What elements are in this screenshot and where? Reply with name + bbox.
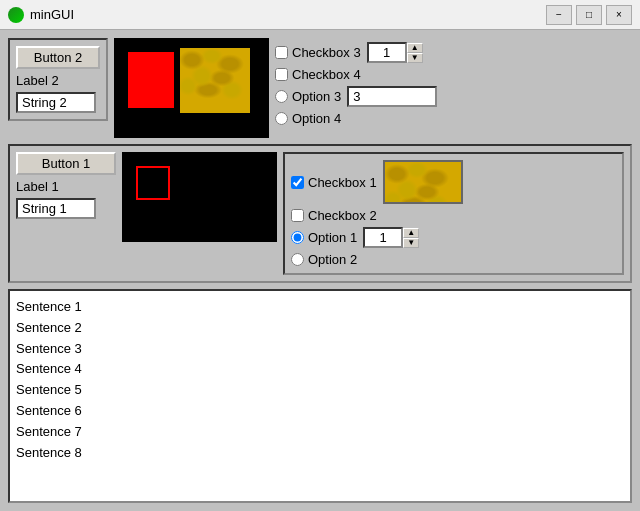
spinner-top-up[interactable]: ▲ [407,43,423,53]
checkbox4-row: Checkbox 4 [275,67,437,82]
top-left-panel: Button 2 Label 2 [8,38,108,121]
checkbox4-label: Checkbox 4 [292,67,361,82]
maximize-button[interactable]: □ [576,5,602,25]
spinner-top: ▲ ▼ [367,42,423,63]
titlebar: minGUI − □ × [0,0,640,30]
window-title: minGUI [30,7,546,22]
option3-label: Option 3 [292,89,341,104]
canvas-middle [122,152,277,242]
option1-label: Option 1 [308,230,357,245]
option4-row: Option 4 [275,111,437,126]
top-section: Button 2 Label 2 Checkbox 3 [8,38,632,138]
checkbox3[interactable] [275,46,288,59]
option2[interactable] [291,253,304,266]
checkbox1-row: Checkbox 1 [291,160,616,204]
checkbox3-label: Checkbox 3 [292,45,361,60]
option4-label: Option 4 [292,111,341,126]
spinner-mid-down[interactable]: ▼ [403,238,419,248]
spinner-top-input[interactable] [367,42,407,63]
checkbox2-label: Checkbox 2 [308,208,377,223]
window-controls: − □ × [546,5,632,25]
checkbox4[interactable] [275,68,288,81]
spinner-mid: ▲ ▼ [363,227,419,248]
voronoi-top [180,48,250,113]
option1[interactable] [291,231,304,244]
checkbox2-row: Checkbox 2 [291,208,616,223]
minimize-button[interactable]: − [546,5,572,25]
canvas-top [114,38,269,138]
string2-input[interactable] [16,92,96,113]
label1: Label 1 [16,179,116,194]
red-rect-top [128,52,174,108]
option3-row: Option 3 [275,86,437,107]
spinner-mid-input[interactable] [363,227,403,248]
middle-section: Button 1 Label 1 Checkbox 1 [8,144,632,283]
sentence-item: Sentence 1 [16,297,624,318]
bottom-text-area: Sentence 1Sentence 2Sentence 3Sentence 4… [8,289,632,503]
sentences-list: Sentence 1Sentence 2Sentence 3Sentence 4… [16,297,624,463]
spinner-mid-up[interactable]: ▲ [403,228,419,238]
option4[interactable] [275,112,288,125]
middle-right-controls: Checkbox 1 Checkbox 2 Option 1 [283,152,624,275]
option2-label: Option 2 [308,252,357,267]
middle-left-panel: Button 1 Label 1 [16,152,116,275]
option3-radio: Option 3 [275,89,341,104]
spinner-top-buttons: ▲ ▼ [407,43,423,63]
sentence-item: Sentence 7 [16,422,624,443]
main-content: Button 2 Label 2 Checkbox 3 [0,30,640,511]
option3[interactable] [275,90,288,103]
sentence-item: Sentence 6 [16,401,624,422]
thumbnail-canvas [383,160,463,204]
checkbox3-row: Checkbox 3 ▲ ▼ [275,42,437,63]
string1-input[interactable] [16,198,96,219]
sentence-item: Sentence 8 [16,443,624,464]
checkbox1-label: Checkbox 1 [308,175,377,190]
checkbox1-wrap: Checkbox 1 [291,175,377,190]
top-right-controls: Checkbox 3 ▲ ▼ Checkbox 4 O [275,38,437,126]
sentence-item: Sentence 2 [16,318,624,339]
close-button[interactable]: × [606,5,632,25]
red-rect-outline [136,166,170,200]
checkbox3-wrap: Checkbox 3 [275,45,361,60]
option1-row: Option 1 ▲ ▼ [291,227,616,248]
checkbox1[interactable] [291,176,304,189]
spinner-top-down[interactable]: ▼ [407,53,423,63]
sentence-item: Sentence 4 [16,359,624,380]
sentence-item: Sentence 5 [16,380,624,401]
button2[interactable]: Button 2 [16,46,100,69]
button1[interactable]: Button 1 [16,152,116,175]
option3-textinput[interactable] [347,86,437,107]
option2-row: Option 2 [291,252,616,267]
checkbox2[interactable] [291,209,304,222]
spinner-mid-buttons: ▲ ▼ [403,228,419,248]
sentence-item: Sentence 3 [16,339,624,360]
label2: Label 2 [16,73,100,88]
app-icon [8,7,24,23]
option1-radio: Option 1 [291,230,357,245]
